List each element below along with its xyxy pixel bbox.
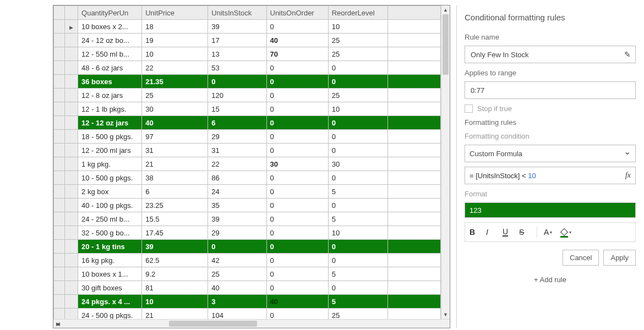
- cell[interactable]: 104: [208, 309, 266, 320]
- cell[interactable]: 0: [266, 102, 328, 116]
- table-row[interactable]: 30 gift boxes814000: [54, 281, 441, 295]
- cell[interactable]: 40: [142, 116, 208, 130]
- condition-select[interactable]: Custom Formula: [465, 145, 636, 162]
- row-header[interactable]: [65, 212, 78, 226]
- formula-input[interactable]: = [UnitsInStock] < 10: [470, 172, 625, 180]
- row-header[interactable]: [65, 75, 78, 89]
- cell[interactable]: 30: [142, 102, 208, 116]
- underline-button[interactable]: U: [503, 228, 514, 237]
- cell[interactable]: 24 - 250 ml b...: [78, 212, 142, 226]
- cell[interactable]: 0: [266, 281, 328, 295]
- cell[interactable]: 0: [266, 130, 328, 144]
- italic-button[interactable]: I: [486, 228, 497, 237]
- cell[interactable]: 24 - 500 g pkgs.: [78, 309, 142, 320]
- cell[interactable]: 32 - 500 g bo...: [78, 226, 142, 240]
- cell[interactable]: 81: [142, 281, 208, 295]
- cell[interactable]: 6: [142, 185, 208, 199]
- cell[interactable]: 29: [208, 130, 266, 144]
- cell[interactable]: 21: [142, 309, 208, 320]
- scroll-thumb-h[interactable]: [169, 321, 257, 327]
- cell[interactable]: 39: [208, 212, 266, 226]
- cell[interactable]: 0: [266, 185, 328, 199]
- cell[interactable]: 0: [208, 240, 266, 254]
- table-row[interactable]: 20 - 1 kg tins39000: [54, 240, 441, 254]
- cell[interactable]: 120: [208, 89, 266, 102]
- apply-button[interactable]: Apply: [603, 250, 636, 266]
- column-header[interactable]: QuantityPerUn: [78, 6, 142, 20]
- cell[interactable]: 10: [142, 47, 208, 61]
- cell[interactable]: 39: [208, 20, 266, 34]
- bold-button[interactable]: B: [470, 228, 481, 237]
- font-color-button[interactable]: A▾: [544, 228, 555, 237]
- row-header[interactable]: [65, 254, 78, 267]
- column-header[interactable]: ReorderLevel: [328, 6, 388, 20]
- column-header[interactable]: UnitsInStock: [208, 6, 266, 20]
- cell[interactable]: 0: [266, 240, 328, 254]
- table-row[interactable]: 36 boxes21.35000: [54, 75, 441, 89]
- cell[interactable]: 12 - 550 ml b...: [78, 47, 142, 61]
- cell[interactable]: 10 boxes x 2...: [78, 20, 142, 34]
- cell[interactable]: 0: [266, 20, 328, 34]
- cell[interactable]: 30: [328, 157, 388, 171]
- cell[interactable]: 5: [328, 212, 388, 226]
- data-grid[interactable]: QuantityPerUn UnitPrice UnitsInStock Uni…: [53, 6, 441, 319]
- cell[interactable]: 0: [266, 144, 328, 157]
- cell[interactable]: 16 kg pkg.: [78, 254, 142, 267]
- cell[interactable]: 0: [328, 61, 388, 75]
- cell[interactable]: 0: [266, 254, 328, 267]
- row-header[interactable]: [65, 89, 78, 102]
- table-row[interactable]: 16 kg pkg.62.54200: [54, 254, 441, 267]
- row-header[interactable]: [65, 34, 78, 47]
- vertical-scrollbar[interactable]: ▲ ▼: [441, 6, 450, 319]
- scroll-up-icon[interactable]: ▲: [441, 6, 450, 14]
- grid-viewport[interactable]: QuantityPerUn UnitPrice UnitsInStock Uni…: [53, 6, 441, 319]
- cell[interactable]: 29: [208, 226, 266, 240]
- cell[interactable]: 0: [328, 281, 388, 295]
- cell[interactable]: 62.5: [142, 254, 208, 267]
- row-header[interactable]: [65, 47, 78, 61]
- cell[interactable]: 30 gift boxes: [78, 281, 142, 295]
- cell[interactable]: 1 kg pkg.: [78, 157, 142, 171]
- cell[interactable]: 31: [142, 144, 208, 157]
- row-header[interactable]: [65, 144, 78, 157]
- table-row[interactable]: 1 kg pkg.21223030: [54, 157, 441, 171]
- row-header[interactable]: [65, 171, 78, 185]
- row-header[interactable]: [65, 116, 78, 130]
- table-row[interactable]: 12 - 200 ml jars313100: [54, 144, 441, 157]
- cell[interactable]: 53: [208, 61, 266, 75]
- cell[interactable]: 42: [208, 254, 266, 267]
- cell[interactable]: 0: [266, 309, 328, 320]
- cell[interactable]: 0: [266, 199, 328, 212]
- applies-to-input-row[interactable]: [465, 81, 636, 99]
- table-row[interactable]: 12 - 12 oz jars40600: [54, 116, 441, 130]
- cell[interactable]: 40: [208, 281, 266, 295]
- cell[interactable]: 10 - 500 g pkgs.: [78, 171, 142, 185]
- column-header[interactable]: UnitsOnOrder: [266, 6, 328, 20]
- cell[interactable]: 25: [328, 47, 388, 61]
- row-header[interactable]: [65, 157, 78, 171]
- stop-if-true-row[interactable]: Stop if true: [465, 105, 636, 113]
- table-row[interactable]: 18 - 500 g pkgs.972900: [54, 130, 441, 144]
- rule-name-input[interactable]: [470, 50, 624, 59]
- cell[interactable]: 0: [266, 116, 328, 130]
- cell[interactable]: 40: [266, 34, 328, 47]
- cell[interactable]: 12 - 200 ml jars: [78, 144, 142, 157]
- table-row[interactable]: 32 - 500 g bo...17.4529010: [54, 226, 441, 240]
- cell[interactable]: 86: [208, 171, 266, 185]
- stop-if-true-checkbox[interactable]: [465, 105, 473, 113]
- cell[interactable]: 22: [208, 157, 266, 171]
- cell[interactable]: 12 - 1 lb pkgs.: [78, 102, 142, 116]
- cell[interactable]: 0: [266, 267, 328, 281]
- cell[interactable]: 12 - 12 oz jars: [78, 116, 142, 130]
- table-row[interactable]: 10 boxes x 1...9.22505: [54, 267, 441, 281]
- cell[interactable]: 36 boxes: [78, 75, 142, 89]
- scroll-down-icon[interactable]: ▼: [441, 310, 450, 319]
- cell[interactable]: 0: [328, 75, 388, 89]
- row-header[interactable]: [65, 102, 78, 116]
- cell[interactable]: 18: [142, 20, 208, 34]
- cell[interactable]: 70: [266, 47, 328, 61]
- cell[interactable]: 0: [328, 199, 388, 212]
- table-row[interactable]: 12 - 1 lb pkgs.3015010: [54, 102, 441, 116]
- cell[interactable]: 24 pkgs. x 4 ...: [78, 295, 142, 309]
- add-rule-button[interactable]: + Add rule: [465, 276, 636, 284]
